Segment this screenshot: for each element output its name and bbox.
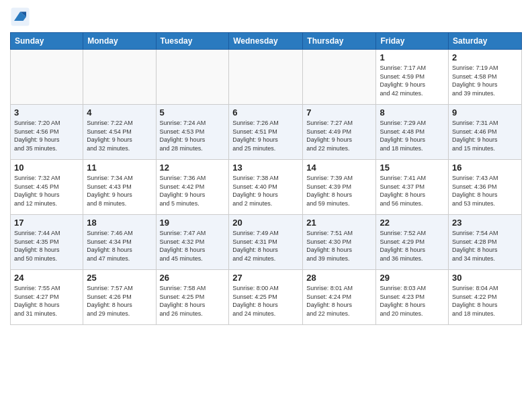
calendar: SundayMondayTuesdayWednesdayThursdayFrid…	[10, 32, 522, 325]
calendar-cell: 18Sunrise: 7:46 AM Sunset: 4:34 PM Dayli…	[83, 215, 156, 270]
day-number: 1	[380, 52, 445, 62]
day-number: 21	[306, 218, 372, 228]
calendar-header-row: SundayMondayTuesdayWednesdayThursdayFrid…	[11, 33, 522, 50]
calendar-cell: 9Sunrise: 7:31 AM Sunset: 4:46 PM Daylig…	[449, 105, 522, 160]
day-info: Sunrise: 7:43 AM Sunset: 4:36 PM Dayligh…	[452, 174, 518, 208]
calendar-cell: 6Sunrise: 7:26 AM Sunset: 4:51 PM Daylig…	[229, 105, 303, 160]
calendar-header-saturday: Saturday	[449, 33, 522, 50]
calendar-week-row: 1Sunrise: 7:17 AM Sunset: 4:59 PM Daylig…	[11, 50, 522, 105]
calendar-cell	[83, 50, 156, 105]
day-number: 22	[380, 218, 445, 228]
day-number: 26	[160, 273, 226, 283]
calendar-cell: 5Sunrise: 7:24 AM Sunset: 4:53 PM Daylig…	[156, 105, 229, 160]
day-number: 29	[380, 273, 445, 283]
calendar-week-row: 17Sunrise: 7:44 AM Sunset: 4:35 PM Dayli…	[11, 215, 522, 270]
day-info: Sunrise: 7:51 AM Sunset: 4:30 PM Dayligh…	[306, 229, 372, 263]
calendar-header-sunday: Sunday	[11, 33, 83, 50]
day-number: 25	[87, 273, 152, 283]
day-number: 18	[87, 218, 152, 228]
day-info: Sunrise: 7:31 AM Sunset: 4:46 PM Dayligh…	[452, 119, 518, 152]
calendar-cell: 11Sunrise: 7:34 AM Sunset: 4:43 PM Dayli…	[83, 160, 156, 215]
calendar-cell: 7Sunrise: 7:27 AM Sunset: 4:49 PM Daylig…	[303, 105, 376, 160]
day-info: Sunrise: 7:39 AM Sunset: 4:39 PM Dayligh…	[306, 174, 372, 208]
day-number: 11	[87, 163, 152, 173]
calendar-cell: 25Sunrise: 7:57 AM Sunset: 4:26 PM Dayli…	[83, 270, 156, 325]
day-number: 12	[160, 163, 226, 173]
day-info: Sunrise: 7:26 AM Sunset: 4:51 PM Dayligh…	[232, 119, 299, 152]
calendar-header-tuesday: Tuesday	[156, 33, 229, 50]
day-number: 7	[306, 107, 372, 118]
calendar-cell: 19Sunrise: 7:47 AM Sunset: 4:32 PM Dayli…	[156, 215, 229, 270]
calendar-cell: 26Sunrise: 7:58 AM Sunset: 4:25 PM Dayli…	[156, 270, 229, 325]
day-number: 5	[160, 107, 226, 118]
day-number: 15	[380, 163, 445, 173]
calendar-week-row: 24Sunrise: 7:55 AM Sunset: 4:27 PM Dayli…	[11, 270, 522, 325]
day-info: Sunrise: 7:44 AM Sunset: 4:35 PM Dayligh…	[14, 229, 79, 263]
day-number: 16	[452, 163, 518, 173]
day-number: 8	[380, 107, 445, 118]
calendar-cell: 20Sunrise: 7:49 AM Sunset: 4:31 PM Dayli…	[229, 215, 303, 270]
calendar-cell	[303, 50, 376, 105]
day-number: 9	[452, 107, 518, 118]
calendar-cell: 2Sunrise: 7:19 AM Sunset: 4:58 PM Daylig…	[449, 50, 522, 105]
day-number: 28	[306, 273, 372, 283]
calendar-cell: 16Sunrise: 7:43 AM Sunset: 4:36 PM Dayli…	[449, 160, 522, 215]
calendar-header-monday: Monday	[83, 33, 156, 50]
day-number: 10	[14, 163, 79, 173]
calendar-cell: 4Sunrise: 7:22 AM Sunset: 4:54 PM Daylig…	[83, 105, 156, 160]
logo	[10, 7, 33, 27]
calendar-cell	[156, 50, 229, 105]
day-info: Sunrise: 8:01 AM Sunset: 4:24 PM Dayligh…	[306, 284, 372, 318]
calendar-cell: 28Sunrise: 8:01 AM Sunset: 4:24 PM Dayli…	[303, 270, 376, 325]
day-info: Sunrise: 7:19 AM Sunset: 4:58 PM Dayligh…	[452, 64, 518, 97]
day-info: Sunrise: 7:57 AM Sunset: 4:26 PM Dayligh…	[87, 284, 152, 318]
page-header	[10, 7, 522, 27]
calendar-cell	[229, 50, 303, 105]
day-info: Sunrise: 7:17 AM Sunset: 4:59 PM Dayligh…	[380, 64, 445, 97]
day-info: Sunrise: 7:54 AM Sunset: 4:28 PM Dayligh…	[452, 229, 518, 263]
calendar-cell: 1Sunrise: 7:17 AM Sunset: 4:59 PM Daylig…	[376, 50, 449, 105]
calendar-cell: 14Sunrise: 7:39 AM Sunset: 4:39 PM Dayli…	[303, 160, 376, 215]
day-info: Sunrise: 7:52 AM Sunset: 4:29 PM Dayligh…	[380, 229, 445, 263]
calendar-week-row: 3Sunrise: 7:20 AM Sunset: 4:56 PM Daylig…	[11, 105, 522, 160]
day-info: Sunrise: 7:36 AM Sunset: 4:42 PM Dayligh…	[160, 174, 226, 208]
day-number: 30	[452, 273, 518, 283]
calendar-cell: 30Sunrise: 8:04 AM Sunset: 4:22 PM Dayli…	[449, 270, 522, 325]
day-info: Sunrise: 7:46 AM Sunset: 4:34 PM Dayligh…	[87, 229, 152, 263]
calendar-cell: 12Sunrise: 7:36 AM Sunset: 4:42 PM Dayli…	[156, 160, 229, 215]
day-number: 4	[87, 107, 152, 118]
day-number: 2	[452, 52, 518, 62]
day-info: Sunrise: 7:41 AM Sunset: 4:37 PM Dayligh…	[380, 174, 445, 208]
day-info: Sunrise: 7:38 AM Sunset: 4:40 PM Dayligh…	[232, 174, 299, 208]
calendar-cell: 21Sunrise: 7:51 AM Sunset: 4:30 PM Dayli…	[303, 215, 376, 270]
day-info: Sunrise: 7:20 AM Sunset: 4:56 PM Dayligh…	[14, 119, 79, 152]
day-info: Sunrise: 7:32 AM Sunset: 4:45 PM Dayligh…	[14, 174, 79, 208]
day-info: Sunrise: 8:04 AM Sunset: 4:22 PM Dayligh…	[452, 284, 518, 318]
day-info: Sunrise: 7:27 AM Sunset: 4:49 PM Dayligh…	[306, 119, 372, 152]
day-info: Sunrise: 8:00 AM Sunset: 4:25 PM Dayligh…	[232, 284, 299, 318]
day-info: Sunrise: 7:47 AM Sunset: 4:32 PM Dayligh…	[160, 229, 226, 263]
calendar-week-row: 10Sunrise: 7:32 AM Sunset: 4:45 PM Dayli…	[11, 160, 522, 215]
calendar-cell: 23Sunrise: 7:54 AM Sunset: 4:28 PM Dayli…	[449, 215, 522, 270]
day-info: Sunrise: 7:58 AM Sunset: 4:25 PM Dayligh…	[160, 284, 226, 318]
day-number: 23	[452, 218, 518, 228]
day-info: Sunrise: 8:03 AM Sunset: 4:23 PM Dayligh…	[380, 284, 445, 318]
day-number: 17	[14, 218, 79, 228]
calendar-cell	[11, 50, 83, 105]
day-info: Sunrise: 7:49 AM Sunset: 4:31 PM Dayligh…	[232, 229, 299, 263]
calendar-cell: 27Sunrise: 8:00 AM Sunset: 4:25 PM Dayli…	[229, 270, 303, 325]
day-info: Sunrise: 7:22 AM Sunset: 4:54 PM Dayligh…	[87, 119, 152, 152]
calendar-cell: 8Sunrise: 7:29 AM Sunset: 4:48 PM Daylig…	[376, 105, 449, 160]
day-number: 6	[232, 107, 299, 118]
calendar-cell: 24Sunrise: 7:55 AM Sunset: 4:27 PM Dayli…	[11, 270, 83, 325]
logo-icon	[10, 7, 30, 27]
calendar-cell: 13Sunrise: 7:38 AM Sunset: 4:40 PM Dayli…	[229, 160, 303, 215]
calendar-header-wednesday: Wednesday	[229, 33, 303, 50]
calendar-cell: 3Sunrise: 7:20 AM Sunset: 4:56 PM Daylig…	[11, 105, 83, 160]
calendar-cell: 29Sunrise: 8:03 AM Sunset: 4:23 PM Dayli…	[376, 270, 449, 325]
day-number: 27	[232, 273, 299, 283]
day-info: Sunrise: 7:24 AM Sunset: 4:53 PM Dayligh…	[160, 119, 226, 152]
calendar-cell: 15Sunrise: 7:41 AM Sunset: 4:37 PM Dayli…	[376, 160, 449, 215]
day-number: 3	[14, 107, 79, 118]
day-number: 14	[306, 163, 372, 173]
